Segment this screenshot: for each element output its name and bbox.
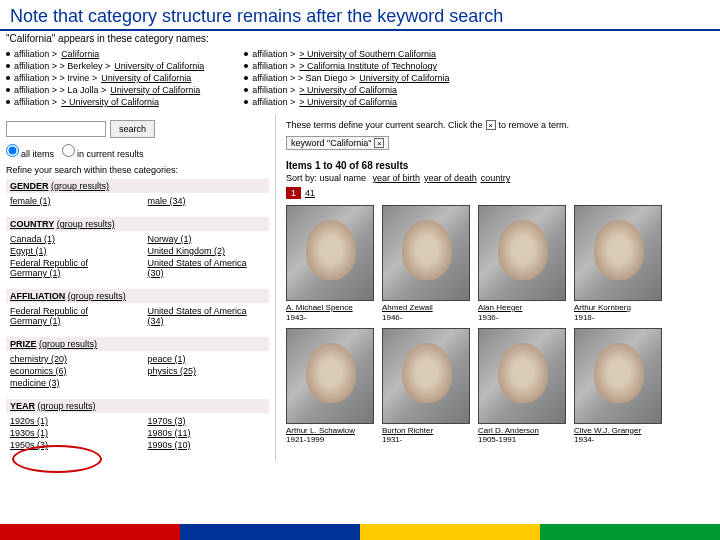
cat-row: affiliation > > Irvine > University of C… bbox=[6, 72, 204, 84]
bullet-icon bbox=[6, 76, 10, 80]
portrait-image[interactable] bbox=[286, 205, 374, 301]
facet-item[interactable]: 1970s (3) bbox=[148, 415, 266, 427]
facet-item[interactable]: United States of America (34) bbox=[148, 305, 266, 327]
person-name-link[interactable]: Arthur L. Schawlow bbox=[286, 426, 376, 436]
person-name-link[interactable]: Alan Heeger bbox=[478, 303, 568, 313]
person-years: 1918- bbox=[574, 313, 664, 322]
cat-row: affiliation > > University of California bbox=[6, 96, 204, 108]
result-card: Arthur Kornberg1918- bbox=[574, 205, 664, 322]
portrait-image[interactable] bbox=[574, 328, 662, 424]
sort-option[interactable]: year of death bbox=[424, 173, 477, 183]
bullet-icon bbox=[6, 100, 10, 104]
portrait-image[interactable] bbox=[478, 328, 566, 424]
facet-prize: PRIZE (group results)chemistry (20)econo… bbox=[6, 337, 269, 391]
search-input[interactable] bbox=[6, 121, 106, 137]
person-name-link[interactable]: Arthur Kornberg bbox=[574, 303, 664, 313]
person-name-link[interactable]: Carl D. Anderson bbox=[478, 426, 568, 436]
close-icon[interactable]: × bbox=[486, 120, 496, 130]
facet-sidebar: search all items in current results Refi… bbox=[6, 114, 276, 461]
facet-item[interactable]: 1990s (10) bbox=[148, 439, 266, 451]
search-scope-radios: all items in current results bbox=[6, 144, 269, 159]
cat-row: affiliation > California bbox=[6, 48, 204, 60]
refine-heading: Refine your search within these categori… bbox=[6, 165, 269, 175]
portrait-image[interactable] bbox=[286, 328, 374, 424]
person-years: 1934- bbox=[574, 435, 664, 444]
portrait-image[interactable] bbox=[382, 205, 470, 301]
facet-title: YEAR (group results) bbox=[6, 399, 269, 413]
radio-current-input[interactable] bbox=[62, 144, 75, 157]
bullet-icon bbox=[244, 76, 248, 80]
facet-item[interactable]: 1920s (1) bbox=[10, 415, 128, 427]
cat-row: affiliation > > University of Southern C… bbox=[244, 48, 449, 60]
portrait-image[interactable] bbox=[478, 205, 566, 301]
facet-item[interactable]: physics (25) bbox=[148, 365, 266, 377]
cat-link[interactable]: > University of California bbox=[299, 85, 397, 95]
facet-item[interactable]: Norway (1) bbox=[148, 233, 266, 245]
sort-option[interactable]: year of birth bbox=[373, 173, 421, 183]
person-years: 1946- bbox=[382, 313, 472, 322]
facet-title: PRIZE (group results) bbox=[6, 337, 269, 351]
cat-row: affiliation > > University of California bbox=[244, 96, 449, 108]
facet-item[interactable]: 1950s (3) bbox=[10, 439, 128, 451]
person-name-link[interactable]: Clive W.J. Granger bbox=[574, 426, 664, 436]
person-years: 1921-1999 bbox=[286, 435, 376, 444]
facet-item[interactable]: 1930s (1) bbox=[10, 427, 128, 439]
person-name-link[interactable]: Burton Richter bbox=[382, 426, 472, 436]
portrait-image[interactable] bbox=[382, 328, 470, 424]
facet-item[interactable]: female (1) bbox=[10, 195, 128, 207]
radio-current-results[interactable]: in current results bbox=[62, 144, 144, 159]
facet-item[interactable]: economics (6) bbox=[10, 365, 128, 377]
radio-all-items[interactable]: all items bbox=[6, 144, 54, 159]
remove-chip-icon[interactable]: × bbox=[374, 138, 384, 148]
cat-link[interactable]: > University of California bbox=[299, 97, 397, 107]
facet-item[interactable]: Canada (1) bbox=[10, 233, 128, 245]
facet-item[interactable]: medicine (3) bbox=[10, 377, 128, 389]
result-card: Ahmed Zewail1946- bbox=[382, 205, 472, 322]
cat-link[interactable]: University of California bbox=[110, 85, 200, 95]
group-results-link[interactable]: (group results) bbox=[57, 219, 115, 229]
facet-item[interactable]: 1980s (11) bbox=[148, 427, 266, 439]
cat-row: affiliation > > Berkeley > University of… bbox=[6, 60, 204, 72]
group-results-link[interactable]: (group results) bbox=[38, 401, 96, 411]
group-results-link[interactable]: (group results) bbox=[39, 339, 97, 349]
cat-link[interactable]: University of California bbox=[359, 73, 449, 83]
person-years: 1905-1991 bbox=[478, 435, 568, 444]
radio-all-input[interactable] bbox=[6, 144, 19, 157]
cat-link[interactable]: California bbox=[61, 49, 99, 59]
facet-item[interactable]: male (34) bbox=[148, 195, 266, 207]
cat-intro: "California" appears in these category n… bbox=[6, 31, 714, 48]
facet-item[interactable]: Federal Republic of Germany (1) bbox=[10, 305, 128, 327]
facet-item[interactable]: Federal Republic of Germany (1) bbox=[10, 257, 128, 279]
person-years: 1931- bbox=[382, 435, 472, 444]
person-name-link[interactable]: A. Michael Spence bbox=[286, 303, 376, 313]
facet-item[interactable]: Egypt (1) bbox=[10, 245, 128, 257]
facet-country: COUNTRY (group results)Canada (1)Egypt (… bbox=[6, 217, 269, 281]
facet-item[interactable]: United Kingdom (2) bbox=[148, 245, 266, 257]
result-card: Carl D. Anderson1905-1991 bbox=[478, 328, 568, 445]
cat-link[interactable]: > University of Southern California bbox=[299, 49, 436, 59]
slide-title: Note that category structure remains aft… bbox=[0, 0, 720, 31]
page-link[interactable]: 41 bbox=[305, 188, 315, 198]
facet-affiliation: AFFILIATION (group results)Federal Repub… bbox=[6, 289, 269, 329]
results-grid: A. Michael Spence1943-Ahmed Zewail1946-A… bbox=[286, 205, 714, 444]
facet-item[interactable]: peace (1) bbox=[148, 353, 266, 365]
result-card: Clive W.J. Granger1934- bbox=[574, 328, 664, 445]
facet-item[interactable]: chemistry (20) bbox=[10, 353, 128, 365]
bullet-icon bbox=[244, 52, 248, 56]
facet-title: GENDER (group results) bbox=[6, 179, 269, 193]
group-results-link[interactable]: (group results) bbox=[68, 291, 126, 301]
cat-link[interactable]: > California Institute of Technology bbox=[299, 61, 437, 71]
page-current: 1 bbox=[286, 187, 301, 199]
search-button[interactable]: search bbox=[110, 120, 155, 138]
bullet-icon bbox=[244, 88, 248, 92]
cat-col-right: affiliation > > University of Southern C… bbox=[244, 48, 449, 108]
person-name-link[interactable]: Ahmed Zewail bbox=[382, 303, 472, 313]
group-results-link[interactable]: (group results) bbox=[51, 181, 109, 191]
cat-link[interactable]: University of California bbox=[101, 73, 191, 83]
cat-link[interactable]: > University of California bbox=[61, 97, 159, 107]
facet-item[interactable]: United States of America (30) bbox=[148, 257, 266, 279]
sort-option[interactable]: country bbox=[481, 173, 511, 183]
portrait-image[interactable] bbox=[574, 205, 662, 301]
cat-link[interactable]: University of California bbox=[114, 61, 204, 71]
footer-stripes bbox=[0, 524, 720, 540]
